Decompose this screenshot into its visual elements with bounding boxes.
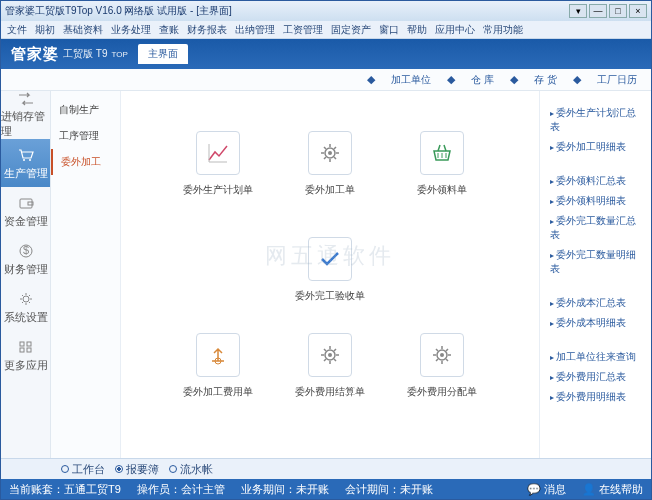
view-radio-workspace[interactable]: 工作台 bbox=[61, 462, 105, 477]
right-sidebar: 委外生产计划汇总表 委外加工明细表 委外领料汇总表 委外领料明细表 委外完工数量… bbox=[539, 91, 651, 458]
topaction[interactable]: 加工单位 bbox=[391, 73, 431, 87]
gear-icon bbox=[308, 333, 352, 377]
sidebar-label: 更多应用 bbox=[4, 358, 48, 373]
svg-point-17 bbox=[440, 353, 444, 357]
check-icon bbox=[308, 237, 352, 281]
swap-icon bbox=[16, 91, 36, 107]
right-link[interactable]: 委外领料明细表 bbox=[550, 191, 641, 211]
view-radio-report[interactable]: 报要簿 bbox=[115, 462, 159, 477]
help-link[interactable]: 👤 在线帮助 bbox=[582, 482, 643, 497]
card-settle[interactable]: 委外费用结算单 bbox=[294, 333, 366, 399]
minimize-button[interactable]: — bbox=[589, 4, 607, 18]
dropdown-button[interactable]: ▾ bbox=[569, 4, 587, 18]
svg-rect-2 bbox=[20, 199, 32, 208]
menu-item[interactable]: 业务处理 bbox=[111, 23, 151, 37]
brand-bar: 管家婆 工贸版 T9 TOP 主界面 bbox=[1, 39, 651, 69]
main-area: 网五通软件 委外生产计划单 委外加工单 委外领料单 委外完工验收单 bbox=[121, 91, 539, 458]
message-icon[interactable]: 💬 消息 bbox=[527, 482, 566, 497]
card-label: 委外领料单 bbox=[417, 183, 467, 197]
card-process[interactable]: 委外加工单 bbox=[294, 131, 366, 197]
menu-item[interactable]: 常用功能 bbox=[483, 23, 523, 37]
right-link[interactable]: 委外加工明细表 bbox=[550, 137, 641, 157]
close-button[interactable]: × bbox=[629, 4, 647, 18]
card-alloc[interactable]: 委外费用分配单 bbox=[406, 333, 478, 399]
menu-item[interactable]: 文件 bbox=[7, 23, 27, 37]
view-radio-journal[interactable]: 流水帐 bbox=[169, 462, 213, 477]
card-label: 委外完工验收单 bbox=[295, 289, 365, 303]
topaction[interactable]: 工厂日历 bbox=[597, 73, 637, 87]
card-plan[interactable]: 委外生产计划单 bbox=[182, 131, 254, 197]
sidebar-item-more[interactable]: 更多应用 bbox=[1, 331, 50, 379]
svg-rect-10 bbox=[27, 348, 31, 352]
menu-item[interactable]: 查账 bbox=[159, 23, 179, 37]
right-link[interactable]: 委外生产计划汇总表 bbox=[550, 103, 641, 137]
basket-icon bbox=[420, 131, 464, 175]
cart-icon bbox=[16, 146, 36, 164]
status-account: 当前账套：五通工贸T9 bbox=[9, 482, 121, 497]
card-label: 委外加工费用单 bbox=[183, 385, 253, 399]
submenu-item[interactable]: 自制生产 bbox=[51, 97, 120, 123]
menu-item[interactable]: 工资管理 bbox=[283, 23, 323, 37]
status-acctdate: 会计期间：未开账 bbox=[345, 482, 433, 497]
svg-point-6 bbox=[23, 296, 29, 302]
svg-rect-9 bbox=[20, 348, 24, 352]
right-link[interactable]: 委外费用明细表 bbox=[550, 387, 641, 407]
submenu-item[interactable]: 委外加工 bbox=[51, 149, 120, 175]
right-link[interactable]: 委外成本明细表 bbox=[550, 313, 641, 333]
right-link[interactable]: 委外完工数量明细表 bbox=[550, 245, 641, 279]
gear-icon bbox=[16, 290, 36, 308]
brand-sub: 工贸版 T9 bbox=[63, 47, 107, 61]
right-link[interactable]: 委外完工数量汇总表 bbox=[550, 211, 641, 245]
sidebar-label: 资金管理 bbox=[4, 214, 48, 229]
sidebar-label: 生产管理 bbox=[4, 166, 48, 181]
submenu-item[interactable]: 工序管理 bbox=[51, 123, 120, 149]
topaction[interactable]: 仓 库 bbox=[471, 73, 494, 87]
card-label: 委外加工单 bbox=[305, 183, 355, 197]
sidebar-label: 财务管理 bbox=[4, 262, 48, 277]
right-link[interactable]: 委外成本汇总表 bbox=[550, 293, 641, 313]
sidebar-item-settings[interactable]: 系统设置 bbox=[1, 283, 50, 331]
brand-main: 管家婆 bbox=[11, 45, 59, 64]
menu-item[interactable]: 出纳管理 bbox=[235, 23, 275, 37]
menu-item[interactable]: 期初 bbox=[35, 23, 55, 37]
gear-icon bbox=[420, 333, 464, 377]
gear-icon bbox=[308, 131, 352, 175]
menu-item[interactable]: 基础资料 bbox=[63, 23, 103, 37]
topaction[interactable]: 存 货 bbox=[534, 73, 557, 87]
card-material[interactable]: 委外领料单 bbox=[406, 131, 478, 197]
sidebar-item-finance[interactable]: $ 财务管理 bbox=[1, 235, 50, 283]
right-link[interactable]: 委外领料汇总表 bbox=[550, 171, 641, 191]
menu-item[interactable]: 窗口 bbox=[379, 23, 399, 37]
svg-text:$: $ bbox=[22, 244, 28, 256]
right-link[interactable]: 委外费用汇总表 bbox=[550, 367, 641, 387]
status-bizdate: 业务期间：未开账 bbox=[241, 482, 329, 497]
coin-icon: $ bbox=[16, 242, 36, 260]
sidebar-item-funds[interactable]: 资金管理 bbox=[1, 187, 50, 235]
submenu: 自制生产 工序管理 委外加工 bbox=[51, 91, 121, 458]
top-actions: ◆加工单位 ◆仓 库 ◆存 货 ◆工厂日历 bbox=[1, 69, 651, 91]
maximize-button[interactable]: □ bbox=[609, 4, 627, 18]
left-sidebar: 进销存管理 生产管理 资金管理 $ 财务管理 系统设置 更多应用 bbox=[1, 91, 51, 458]
grid-icon bbox=[16, 338, 36, 356]
svg-point-12 bbox=[328, 151, 332, 155]
card-cost[interactable]: 委外加工费用单 bbox=[182, 333, 254, 399]
sidebar-item-inventory[interactable]: 进销存管理 bbox=[1, 91, 50, 139]
titlebar: 管家婆工贸版T9Top V16.0 网络版 试用版 - [主界面] ▾ — □ … bbox=[1, 1, 651, 21]
brand-sup: TOP bbox=[111, 50, 127, 59]
menu-item[interactable]: 固定资产 bbox=[331, 23, 371, 37]
wallet-icon bbox=[16, 194, 36, 212]
menu-item[interactable]: 财务报表 bbox=[187, 23, 227, 37]
svg-rect-7 bbox=[20, 342, 24, 346]
right-link[interactable]: 加工单位往来查询 bbox=[550, 347, 641, 367]
status-bar: 当前账套：五通工贸T9 操作员：会计主管 业务期间：未开账 会计期间：未开账 💬… bbox=[1, 479, 651, 499]
menubar: 文件 期初 基础资料 业务处理 查账 财务报表 出纳管理 工资管理 固定资产 窗… bbox=[1, 21, 651, 39]
svg-point-1 bbox=[29, 159, 31, 161]
tab-main[interactable]: 主界面 bbox=[138, 44, 188, 64]
chart-icon bbox=[196, 131, 240, 175]
menu-item[interactable]: 应用中心 bbox=[435, 23, 475, 37]
money-up-icon bbox=[196, 333, 240, 377]
card-accept[interactable]: 委外完工验收单 bbox=[294, 237, 366, 303]
sidebar-item-production[interactable]: 生产管理 bbox=[1, 139, 50, 187]
menu-item[interactable]: 帮助 bbox=[407, 23, 427, 37]
card-label: 委外费用结算单 bbox=[295, 385, 365, 399]
